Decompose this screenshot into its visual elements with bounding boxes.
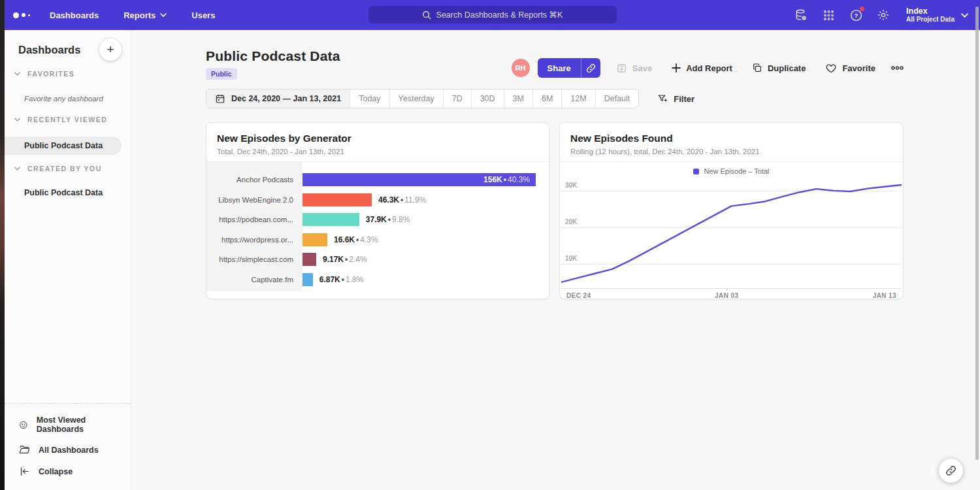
xtick-jan13: JAN 13: [873, 292, 896, 299]
link-icon: [586, 63, 596, 73]
card-subtitle: Rolling (12 hours), total, Dec 24th, 202…: [570, 148, 892, 155]
share-button[interactable]: Share: [538, 58, 581, 78]
apps-grid-icon[interactable]: [821, 8, 836, 22]
search-placeholder: Search Dashboards & Reports ⌘K: [436, 10, 563, 20]
desktop-edge-strip: [0, 0, 5, 490]
bar[interactable]: [302, 233, 327, 246]
preset-6m[interactable]: 6M: [532, 90, 561, 108]
card-title: New Episodes by Generator: [217, 133, 538, 144]
card-title: New Episodes Found: [570, 133, 892, 144]
date-range-button[interactable]: Dec 24, 2020 — Jan 13, 2021: [206, 90, 350, 108]
chevron-down-icon: [160, 13, 167, 17]
section-recently-viewed[interactable]: RECENTLY VIEWED: [14, 116, 107, 123]
sidebar: Dashboards + FAVORITES Favorite any dash…: [5, 30, 131, 490]
avatar[interactable]: RH: [512, 59, 530, 77]
search-input[interactable]: Search Dashboards & Reports ⌘K: [368, 6, 617, 24]
most-viewed-dashboards-button[interactable]: Most Viewed Dashboards: [5, 410, 131, 439]
main-content: Public Podcast Data Public RH Share Save…: [132, 30, 980, 490]
settings-gear-icon[interactable]: [876, 8, 890, 22]
folder-icon: [19, 444, 30, 455]
chevron-down-icon: [14, 72, 20, 76]
date-range-control: Dec 24, 2020 — Jan 13, 2021 Today Yester…: [206, 89, 639, 108]
bar[interactable]: [302, 213, 359, 226]
public-badge: Public: [206, 68, 237, 80]
app-logo-icon[interactable]: [13, 12, 30, 18]
page-title: Public Podcast Data: [206, 48, 340, 64]
sidebar-item-public-podcast-data[interactable]: Public Podcast Data: [5, 137, 122, 155]
bar-row: Libsyn WebEngine 2.0 46.3K•11.9%: [206, 190, 549, 210]
preset-today[interactable]: Today: [350, 90, 389, 108]
share-link-button[interactable]: [581, 58, 600, 78]
bar-row: Anchor Podcasts 156K•40.3%: [206, 170, 549, 190]
project-name: Index: [906, 7, 955, 16]
filter-button[interactable]: Filter: [657, 93, 694, 104]
sidebar-title: Dashboards: [18, 44, 80, 56]
help-icon[interactable]: ?: [849, 8, 863, 22]
project-selector[interactable]: Index All Project Data: [906, 7, 968, 24]
bar-row: https://simplecast.com 9.17K•2.4%: [206, 250, 549, 270]
chevron-down-icon: [961, 13, 968, 18]
smiley-icon: [19, 419, 28, 431]
duplicate-button[interactable]: Duplicate: [752, 63, 806, 73]
preset-yesterday[interactable]: Yesterday: [389, 90, 443, 108]
link-icon: [945, 465, 956, 476]
chart-legend: New Episode – Total: [560, 162, 903, 175]
bar[interactable]: 156K•40.3%: [302, 173, 536, 186]
favorite-button[interactable]: Favorite: [825, 63, 875, 74]
sidebar-item-public-podcast-data-created[interactable]: Public Podcast Data: [5, 184, 122, 202]
line-chart: 30K 20K 10K: [561, 179, 902, 289]
nav-dashboards[interactable]: Dashboards: [50, 10, 99, 20]
more-options-button[interactable]: [891, 66, 904, 70]
nav-reports[interactable]: Reports: [123, 10, 167, 20]
card-new-episodes-by-generator: New Episodes by Generator Total, Dec 24t…: [206, 122, 549, 299]
project-subtitle: All Project Data: [906, 16, 955, 24]
legend-marker: [693, 169, 699, 174]
bar-row: Captivate.fm 6.87K•1.8%: [206, 270, 549, 290]
share-button-group: Share: [538, 58, 600, 78]
section-created-by-you[interactable]: CREATED BY YOU: [14, 165, 102, 172]
collapse-left-icon: [19, 466, 30, 477]
top-navbar: Dashboards Reports Users Search Dashboar…: [5, 0, 980, 30]
sidebar-footer: Most Viewed Dashboards All Dashboards Co…: [5, 403, 131, 490]
search-icon: [422, 10, 431, 20]
favorites-empty-text: Favorite any dashboard: [24, 95, 103, 103]
chevron-down-icon: [14, 167, 20, 171]
section-favorites[interactable]: FAVORITES: [14, 70, 74, 78]
bar[interactable]: [302, 273, 313, 286]
xtick-dec24: DEC 24: [566, 292, 591, 299]
card-new-episodes-found: New Episodes Found Rolling (12 hours), t…: [559, 122, 904, 299]
bar-chart: Anchor Podcasts 156K•40.3% Libsyn WebEng…: [206, 162, 549, 291]
bar-row: https://wordpress.or... 16.6K•4.3%: [206, 230, 549, 250]
data-management-icon[interactable]: [794, 8, 808, 22]
all-dashboards-button[interactable]: All Dashboards: [5, 439, 131, 461]
plus-icon: [672, 63, 681, 73]
add-dashboard-button[interactable]: +: [99, 39, 122, 61]
add-report-button[interactable]: Add Report: [672, 63, 732, 73]
bar-row: https://podbean.com... 37.9K•9.8%: [206, 210, 549, 230]
line-series: [561, 179, 902, 289]
floating-share-link-button[interactable]: [939, 459, 963, 483]
page-scrollbar[interactable]: [975, 7, 979, 460]
notification-badge: [859, 6, 865, 12]
bar[interactable]: [302, 193, 372, 206]
preset-12m[interactable]: 12M: [561, 90, 595, 108]
xtick-jan03: JAN 03: [715, 292, 738, 299]
bar[interactable]: [302, 253, 316, 266]
duplicate-icon: [752, 63, 762, 73]
ellipsis-icon: [891, 66, 904, 70]
save-icon: [616, 63, 627, 74]
svg-text:?: ?: [854, 12, 858, 19]
card-subtitle: Total, Dec 24th, 2020 - Jan 13th, 2021: [217, 148, 538, 155]
preset-3m[interactable]: 3M: [504, 90, 532, 108]
save-button[interactable]: Save: [616, 63, 652, 74]
x-axis: DEC 24 JAN 03 JAN 13: [561, 289, 902, 302]
preset-30d[interactable]: 30D: [471, 90, 504, 108]
heart-icon: [825, 63, 837, 74]
nav-users[interactable]: Users: [191, 10, 215, 20]
collapse-sidebar-button[interactable]: Collapse: [5, 461, 131, 482]
filter-funnel-icon: [657, 93, 668, 104]
chevron-down-icon: [14, 118, 20, 122]
preset-7d[interactable]: 7D: [443, 90, 471, 108]
calendar-icon: [215, 93, 225, 104]
preset-default[interactable]: Default: [595, 90, 639, 108]
